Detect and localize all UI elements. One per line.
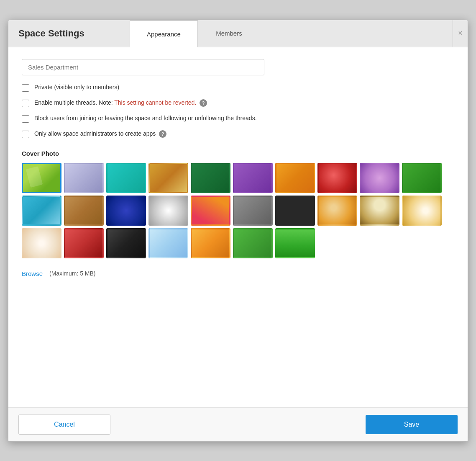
checkbox-row-admin: Only allow space administrators to creat… — [22, 130, 454, 138]
threads-label-note: This setting cannot be reverted. — [114, 99, 196, 106]
block-checkbox[interactable] — [22, 115, 29, 123]
space-settings-dialog: Space Settings Appearance Members × Priv… — [8, 20, 468, 442]
photo-thumb-20[interactable] — [402, 196, 442, 226]
browse-row: Browse (Maximum: 5 MB) — [22, 270, 454, 277]
photo-thumb-3[interactable] — [106, 163, 146, 193]
private-label: Private (visible only to members) — [34, 84, 119, 90]
photo-thumb-5[interactable] — [191, 163, 230, 193]
photo-thumb-23[interactable] — [106, 228, 146, 258]
tab-appearance[interactable]: Appearance — [130, 20, 197, 47]
private-checkbox[interactable] — [22, 84, 29, 92]
photo-thumb-15[interactable] — [191, 196, 230, 226]
photo-thumb-24[interactable] — [148, 228, 188, 258]
dialog-footer: Cancel Save — [8, 407, 468, 441]
tab-members[interactable]: Members — [197, 20, 260, 47]
photo-thumb-19[interactable] — [360, 196, 399, 226]
admin-help-icon[interactable]: ? — [159, 130, 166, 138]
checkbox-row-block: Block users from joining or leaving the … — [22, 115, 454, 123]
dialog-title: Space Settings — [8, 20, 130, 47]
browse-button[interactable]: Browse — [22, 270, 43, 277]
space-name-input[interactable] — [22, 59, 264, 75]
photo-thumb-26[interactable] — [233, 228, 273, 258]
photo-grid — [22, 163, 454, 258]
photo-thumb-27[interactable] — [275, 228, 315, 258]
photo-thumb-22[interactable] — [64, 228, 104, 258]
photo-thumb-8[interactable] — [317, 163, 357, 193]
checkbox-row-private: Private (visible only to members) — [22, 84, 454, 92]
threads-checkbox[interactable] — [22, 100, 29, 107]
photo-thumb-25[interactable] — [191, 228, 230, 258]
checkbox-row-threads: Enable multiple threads. Note: This sett… — [22, 99, 454, 107]
threads-help-icon[interactable]: ? — [200, 99, 207, 107]
threads-label: Enable multiple threads. Note: This sett… — [34, 99, 207, 107]
photo-thumb-4[interactable] — [148, 163, 188, 193]
photo-thumb-16[interactable] — [233, 196, 273, 226]
admin-label-text: Only allow space administrators to creat… — [34, 130, 156, 137]
threads-label-prefix: Enable multiple threads. Note: — [34, 99, 114, 106]
photo-thumb-13[interactable] — [106, 196, 146, 226]
photo-thumb-1[interactable] — [22, 163, 61, 193]
photo-thumb-12[interactable] — [64, 196, 104, 226]
block-label: Block users from joining or leaving the … — [34, 115, 257, 121]
photo-thumb-7[interactable] — [275, 163, 315, 193]
photo-thumb-2[interactable] — [64, 163, 104, 193]
tab-bar: Appearance Members — [130, 20, 453, 47]
cancel-button[interactable]: Cancel — [18, 415, 110, 435]
dialog-content: Private (visible only to members) Enable… — [8, 47, 468, 407]
admin-label: Only allow space administrators to creat… — [34, 130, 166, 138]
settings-checkboxes: Private (visible only to members) Enable… — [22, 84, 454, 138]
photo-thumb-18[interactable] — [317, 196, 357, 226]
photo-thumb-21[interactable] — [22, 228, 61, 258]
photo-thumb-11[interactable] — [22, 196, 61, 226]
save-button[interactable]: Save — [366, 415, 458, 434]
close-button[interactable]: × — [453, 20, 468, 47]
admin-checkbox[interactable] — [22, 131, 29, 138]
photo-thumb-9[interactable] — [360, 163, 399, 193]
photo-thumb-10[interactable] — [402, 163, 442, 193]
cover-photo-label: Cover Photo — [22, 150, 454, 157]
photo-thumb-17[interactable] — [275, 196, 315, 226]
dialog-header: Space Settings Appearance Members × — [8, 20, 468, 47]
photo-thumb-6[interactable] — [233, 163, 273, 193]
browse-hint: (Maximum: 5 MB) — [49, 270, 95, 277]
photo-thumb-14[interactable] — [148, 196, 188, 226]
